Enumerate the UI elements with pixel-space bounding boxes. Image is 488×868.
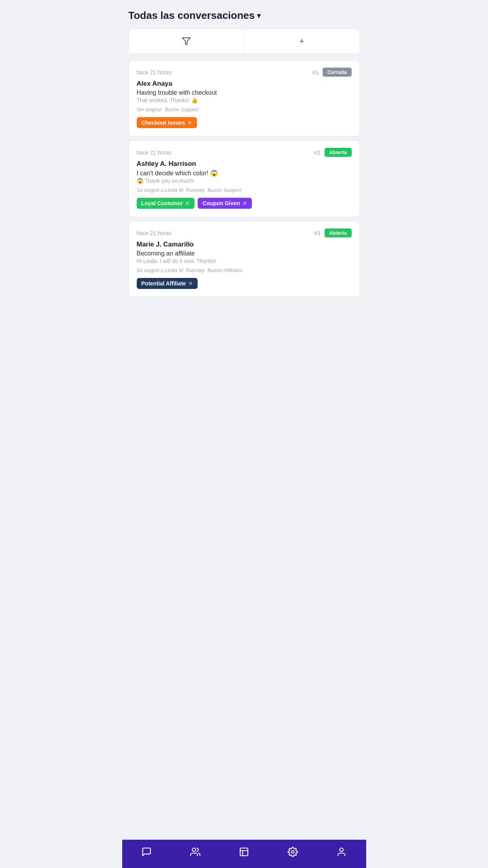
card-2-inbox: Buzón Support	[207, 187, 241, 193]
card-3-status-badge: Abierta	[325, 228, 352, 237]
contacts-icon	[190, 847, 200, 859]
card-3-contact-name: Marie J. Camarillo	[137, 241, 352, 248]
card-1-assignment: Sin asignar Buzón Support	[137, 107, 352, 112]
card-1-subject: Having trouble with checkout	[137, 89, 352, 96]
nav-profile[interactable]	[330, 845, 353, 860]
tag-remove-icon[interactable]: ✕	[242, 200, 247, 206]
nav-layout[interactable]	[233, 845, 255, 860]
tag-remove-icon[interactable]: ✕	[188, 280, 193, 287]
svg-point-6	[340, 848, 343, 851]
page-title: Todas las conversaciones ▾	[128, 9, 360, 22]
card-2-preview: 😱 Thank you so much!	[137, 178, 352, 184]
bottom-navigation	[122, 840, 366, 868]
card-2-assignment: Se asignó a Linda M. Rumsey Buzón Suppor…	[137, 187, 352, 193]
card-2-tags: Loyal Customer ✕ Coupon Given ✕	[137, 198, 352, 209]
nav-contacts[interactable]	[184, 845, 207, 860]
nav-conversations[interactable]	[135, 845, 158, 860]
add-button[interactable]: +	[244, 29, 360, 53]
card-2-assignee: Se asignó a Linda M. Rumsey	[137, 187, 205, 193]
tag-coupon-given[interactable]: Coupon Given ✕	[198, 198, 252, 209]
settings-icon	[288, 847, 298, 859]
tag-potential-affiliate[interactable]: Potential Affiliate ✕	[137, 278, 198, 289]
card-1-contact-name: Alex Anaya	[137, 80, 352, 88]
tag-remove-icon[interactable]: ✕	[187, 120, 192, 126]
card-3-tags: Potential Affiliate ✕	[137, 278, 352, 289]
card-1-status-badge: Cerrada	[323, 68, 351, 77]
chat-icon	[141, 847, 152, 859]
card-3-preview: Hi Linda. I will do it now. Thanks!	[137, 258, 352, 264]
main-content: Todas las conversaciones ▾ + hace 21 hor…	[122, 0, 366, 574]
conversation-card-2[interactable]: hace 21 horas #2 Abierta Ashley A. Harri…	[128, 140, 360, 217]
card-2-header-right: #2 Abierta	[314, 148, 351, 157]
chevron-down-icon[interactable]: ▾	[257, 11, 261, 20]
tag-label: Checkout Issues	[141, 120, 185, 126]
card-3-assignee: Se asignó a Linda M. Rumsey	[137, 267, 205, 273]
card-3-header-right: #3 Abierta	[314, 228, 351, 237]
svg-marker-0	[182, 38, 190, 45]
card-1-inbox: Buzón Support	[165, 107, 199, 112]
conversation-card-3[interactable]: hace 21 horas #3 Abierta Marie J. Camari…	[128, 221, 360, 297]
card-3-assignment: Se asignó a Linda M. Rumsey Buzón Affili…	[137, 267, 352, 273]
card-2-contact-name: Ashley A. Harrison	[137, 160, 352, 168]
tag-label: Potential Affiliate	[141, 280, 186, 287]
svg-rect-2	[240, 848, 248, 856]
conversation-card-1[interactable]: hace 21 horas #1 Cerrada Alex Anaya Havi…	[128, 60, 360, 136]
card-2-subject: I can't decide which color! 😱	[137, 169, 352, 177]
card-1-header-right: #1 Cerrada	[312, 68, 352, 77]
filter-button[interactable]	[129, 29, 244, 53]
card-2-number: #2	[314, 149, 321, 156]
tag-label: Coupon Given	[202, 200, 240, 206]
tag-loyal-customer[interactable]: Loyal Customer ✕	[137, 198, 195, 209]
card-3-time: hace 21 horas	[137, 230, 172, 236]
filter-icon	[182, 37, 191, 46]
card-2-time: hace 21 horas	[137, 149, 172, 156]
svg-point-5	[292, 851, 294, 853]
nav-settings[interactable]	[281, 845, 304, 860]
card-1-number: #1	[312, 69, 319, 75]
add-icon: +	[299, 36, 305, 46]
card-2-header: hace 21 horas #2 Abierta	[137, 148, 352, 157]
tag-label: Loyal Customer	[141, 200, 183, 206]
tag-remove-icon[interactable]: ✕	[185, 200, 190, 206]
card-3-header: hace 21 horas #3 Abierta	[137, 228, 352, 237]
card-3-subject: Becoming an affiliate	[137, 250, 352, 257]
card-1-tags: Checkout Issues ✕	[137, 117, 352, 128]
toolbar: +	[128, 29, 360, 54]
svg-point-1	[192, 848, 196, 851]
conversation-list: hace 21 horas #1 Cerrada Alex Anaya Havi…	[128, 60, 360, 301]
card-3-inbox: Buzón Affiliates	[207, 267, 242, 273]
card-2-status-badge: Abierta	[325, 148, 352, 157]
profile-icon	[336, 847, 347, 859]
card-1-preview: That worked. Thanks! 👍	[137, 97, 352, 103]
layout-icon	[239, 847, 249, 859]
page-title-text: Todas las conversaciones	[128, 9, 255, 22]
card-3-number: #3	[314, 230, 321, 236]
card-1-assignee: Sin asignar	[137, 107, 162, 112]
card-1-time: hace 21 horas	[137, 69, 172, 75]
card-1-header: hace 21 horas #1 Cerrada	[137, 68, 352, 77]
tag-checkout-issues[interactable]: Checkout Issues ✕	[137, 117, 197, 128]
